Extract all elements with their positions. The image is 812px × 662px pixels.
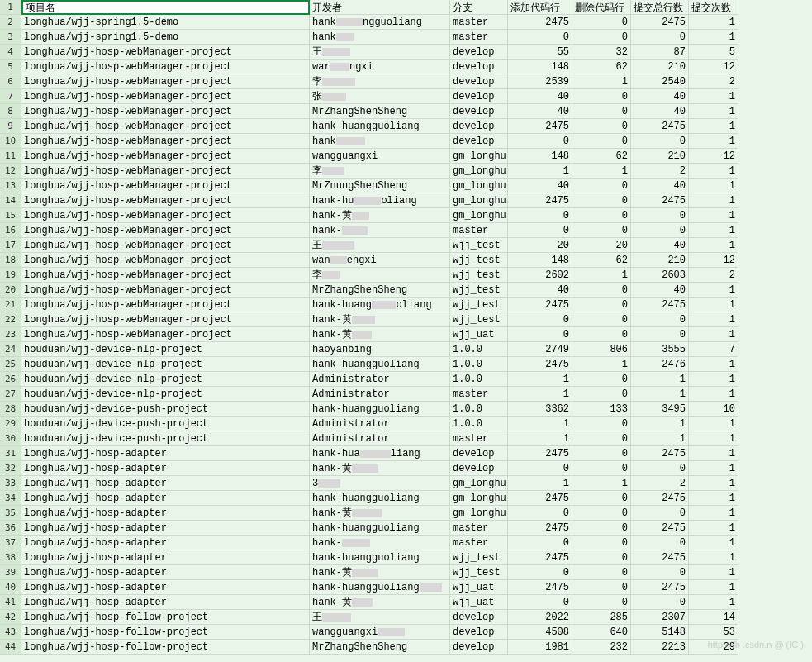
cell-total[interactable]: 0	[631, 30, 689, 45]
cell-branch[interactable]: gm_longhu	[450, 164, 508, 179]
cell-total[interactable]: 3555	[631, 342, 689, 357]
row-header[interactable]: 10	[0, 134, 21, 149]
cell-total[interactable]: 0	[631, 312, 689, 327]
cell-total[interactable]: 3495	[631, 402, 689, 417]
cell-total[interactable]: 1	[631, 417, 689, 431]
cell-branch[interactable]: 1.0.0	[450, 342, 508, 357]
cell-developer[interactable]: hank-huangguoliang	[310, 357, 450, 372]
cell-commits[interactable]: 1	[689, 283, 738, 298]
cell-branch[interactable]: develop	[450, 134, 508, 149]
row-header[interactable]: 34	[0, 491, 21, 506]
cell-deleted[interactable]: 0	[572, 119, 631, 134]
cell-branch[interactable]: gm_longhu	[450, 491, 508, 506]
cell-project[interactable]: longhua/wjj-hosp-webManager-project	[21, 223, 310, 238]
cell-project[interactable]: longhua/wjj-hosp-webManager-project	[21, 253, 310, 268]
cell-commits[interactable]: 12	[689, 60, 738, 74]
cell-developer[interactable]: MrZnungShenSheng	[310, 179, 450, 193]
cell-added[interactable]: 55	[508, 45, 572, 60]
cell-project[interactable]: longhua/wjj-hosp-webManager-project	[21, 238, 310, 253]
cell-branch[interactable]: master	[450, 536, 508, 550]
cell-deleted[interactable]: 0	[572, 595, 631, 610]
cell-project[interactable]: longhua/wjj-hosp-webManager-project	[21, 89, 310, 104]
cell-developer[interactable]: hank-黄	[310, 565, 450, 580]
cell-commits[interactable]: 1	[689, 223, 738, 238]
row-header[interactable]: 40	[0, 580, 21, 595]
cell-deleted[interactable]: 1	[572, 268, 631, 283]
cell-deleted[interactable]: 0	[572, 193, 631, 208]
cell-developer[interactable]: wangguangxi	[310, 625, 450, 640]
cell-deleted[interactable]: 0	[572, 506, 631, 521]
cell-developer[interactable]: Administrator	[310, 417, 450, 431]
cell-developer[interactable]: Administrator	[310, 372, 450, 387]
row-header[interactable]: 38	[0, 550, 21, 565]
cell-deleted[interactable]: 0	[572, 283, 631, 298]
cell-developer[interactable]: hank-huangguoliang	[310, 119, 450, 134]
cell-commits[interactable]: 1	[689, 134, 738, 149]
cell-branch[interactable]: wjj_uat	[450, 595, 508, 610]
cell-added[interactable]: 0	[508, 223, 572, 238]
cell-developer[interactable]: wangguangxi	[310, 149, 450, 164]
cell-total[interactable]: 40	[631, 238, 689, 253]
cell-project[interactable]: houduan/wjj-device-nlp-project	[21, 342, 310, 357]
cell-commits[interactable]: 10	[689, 402, 738, 417]
cell-developer[interactable]: hank-黄	[310, 595, 450, 610]
cell-total[interactable]: 0	[631, 461, 689, 476]
cell-developer[interactable]: 3	[310, 476, 450, 491]
row-header[interactable]: 42	[0, 610, 21, 625]
cell-deleted[interactable]: 0	[572, 461, 631, 476]
cell-commits[interactable]: 2	[689, 74, 738, 89]
cell-project[interactable]: houduan/wjj-device-push-project	[21, 431, 310, 446]
cell-deleted[interactable]: 640	[572, 625, 631, 640]
cell-total[interactable]: 2540	[631, 74, 689, 89]
cell-developer[interactable]: MrZhangShenSheng	[310, 104, 450, 119]
cell-project[interactable]: longhua/wjj-hosp-webManager-project	[21, 179, 310, 193]
row-header[interactable]: 6	[0, 74, 21, 89]
cell-project[interactable]: longhua/wjj-hosp-adapter	[21, 565, 310, 580]
cell-added[interactable]: 2539	[508, 74, 572, 89]
cell-branch[interactable]: 1.0.0	[450, 357, 508, 372]
cell-developer[interactable]: Administrator	[310, 431, 450, 446]
cell-commits[interactable]: 1	[689, 446, 738, 461]
cell-total[interactable]: 1	[631, 431, 689, 446]
cell-project[interactable]: longhua/wjj-hosp-webManager-project	[21, 193, 310, 208]
cell-project[interactable]: longhua/wjj-hosp-webManager-project	[21, 164, 310, 179]
row-header[interactable]: 7	[0, 89, 21, 104]
cell-deleted[interactable]: 0	[572, 298, 631, 312]
row-header[interactable]: 22	[0, 312, 21, 327]
row-header[interactable]: 8	[0, 104, 21, 119]
cell-project[interactable]: longhua/wjj-hosp-adapter	[21, 446, 310, 461]
cell-added[interactable]: 2475	[508, 298, 572, 312]
row-header[interactable]: 1	[0, 0, 21, 15]
cell-commits[interactable]: 1	[689, 208, 738, 223]
cell-added[interactable]: 0	[508, 312, 572, 327]
cell-total[interactable]: 0	[631, 327, 689, 342]
cell-developer[interactable]: hank-huangguoliang	[310, 550, 450, 565]
cell-developer[interactable]: hank-黄	[310, 461, 450, 476]
cell-project[interactable]: longhua/wjj-hosp-webManager-project	[21, 208, 310, 223]
cell-developer[interactable]: 张	[310, 89, 450, 104]
cell-project[interactable]: longhua/wjj-hosp-webManager-project	[21, 60, 310, 74]
cell-project[interactable]: longhua/wjj-hosp-webManager-project	[21, 327, 310, 342]
cell-deleted[interactable]: 1	[572, 476, 631, 491]
cell-commits[interactable]: 1	[689, 164, 738, 179]
cell-developer[interactable]: hank-黄	[310, 208, 450, 223]
cell-commits[interactable]: 1	[689, 565, 738, 580]
cell-deleted[interactable]: 0	[572, 89, 631, 104]
row-header[interactable]: 37	[0, 536, 21, 550]
row-header[interactable]: 17	[0, 238, 21, 253]
cell-deleted[interactable]: 1	[572, 357, 631, 372]
cell-deleted[interactable]: 0	[572, 30, 631, 45]
cell-total[interactable]: 0	[631, 595, 689, 610]
cell-developer[interactable]: hank-huangguoliang	[310, 402, 450, 417]
cell-commits[interactable]: 1	[689, 312, 738, 327]
cell-added[interactable]: 0	[508, 327, 572, 342]
cell-branch[interactable]: develop	[450, 446, 508, 461]
cell-total[interactable]: 2	[631, 476, 689, 491]
cell-added[interactable]: 4508	[508, 625, 572, 640]
cell-added[interactable]: 2475	[508, 580, 572, 595]
row-header[interactable]: 13	[0, 179, 21, 193]
cell-total[interactable]: 2476	[631, 357, 689, 372]
cell-developer[interactable]: 李	[310, 268, 450, 283]
row-header[interactable]: 21	[0, 298, 21, 312]
cell-commits[interactable]: 1	[689, 15, 738, 30]
